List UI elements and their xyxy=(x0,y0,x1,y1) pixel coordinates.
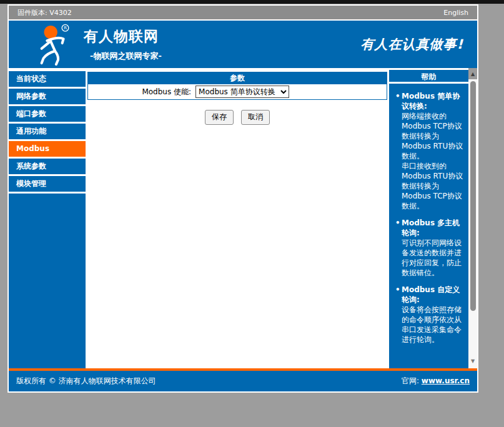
sidebar-item[interactable]: 通用功能 xyxy=(9,124,86,139)
help-panel-title: 帮助 xyxy=(389,70,468,84)
copyright-text: 版权所有 © 济南有人物联网技术有限公司 xyxy=(16,376,156,386)
usr-logo-icon: R xyxy=(34,23,76,66)
cancel-button[interactable]: 取消 xyxy=(241,110,270,125)
help-item-text: 网络端接收的Modbus TCP协议数据转换为Modbus RTU协议数据。串口… xyxy=(402,111,465,211)
parameters-table: 参数 Modbus 使能: Modbus 简单协议转换 xyxy=(87,72,387,100)
sidebar-item-label: 当前状态 xyxy=(16,74,46,83)
help-item-text: 设备将会按照存储的命令顺序依次从串口发送采集命令进行轮询。 xyxy=(402,305,465,345)
page-container: 固件版本: V4302 English R 有人物联网 -物联网之联网专家- 有… xyxy=(7,4,478,393)
help-item: Modbus 自定义轮询: 设备将会按照存储的命令顺序依次从串口发送采集命令进行… xyxy=(395,285,465,345)
page-footer: 版权所有 © 济南有人物联网技术有限公司 官网: www.usr.cn xyxy=(9,371,477,391)
content-body: 当前状态 网络参数 端口参数 通用功能 Modbus xyxy=(9,68,477,368)
brand-title: 有人物联网 xyxy=(84,27,162,46)
action-buttons: 保存 取消 xyxy=(87,110,387,125)
sidebar-item-label: Modbus xyxy=(16,144,49,153)
sidebar-item-label: 系统参数 xyxy=(16,162,46,170)
sidebar-item-label: 网络参数 xyxy=(16,92,46,101)
brand-subtitle: -物联网之联网专家- xyxy=(90,51,162,62)
help-item: Modbus 多主机轮询: 可识别不同网络设备发送的数据并进行对应回复，防止数据… xyxy=(395,218,465,278)
website-link[interactable]: www.usr.cn xyxy=(422,376,470,385)
english-language-link[interactable]: English xyxy=(443,9,468,17)
help-item-heading: Modbus 简单协议转换: xyxy=(402,91,465,111)
brand-slogan: 有人在认真做事! xyxy=(360,36,463,53)
sidebar-item[interactable]: 当前状态 xyxy=(9,71,86,87)
scrollbar-thumb[interactable] xyxy=(470,81,476,311)
help-panel: 帮助 Modbus 简单协议转换: 网络端接收的Modbus TCP协议数据转换… xyxy=(389,68,468,368)
parameters-table-title: 参数 xyxy=(88,72,387,84)
sidebar-item-label: 模块管理 xyxy=(16,179,46,188)
sidebar-item[interactable]: Modbus xyxy=(9,141,86,157)
website-label: 官网: xyxy=(402,376,419,385)
sidebar-menu: 当前状态 网络参数 端口参数 通用功能 Modbus xyxy=(9,68,86,368)
firmware-version-label: 固件版本: V4302 xyxy=(17,8,72,17)
main-panel: 参数 Modbus 使能: Modbus 简单协议转换 保存 取消 xyxy=(86,68,389,368)
registered-mark: R xyxy=(64,25,67,31)
top-bar: 固件版本: V4302 English xyxy=(9,6,477,21)
sidebar-item[interactable]: 系统参数 xyxy=(9,159,86,174)
save-button[interactable]: 保存 xyxy=(205,110,234,125)
help-item-heading: Modbus 自定义轮询: xyxy=(402,285,465,305)
scroll-down-icon[interactable]: ▼ xyxy=(468,358,477,365)
modbus-enable-row: Modbus 使能: Modbus 简单协议转换 xyxy=(88,84,387,99)
sidebar-item[interactable]: 端口参数 xyxy=(9,106,86,122)
top-black-strip xyxy=(0,0,504,4)
sidebar-item-label: 通用功能 xyxy=(16,127,46,135)
website-block: 官网: www.usr.cn xyxy=(402,376,470,386)
page-header: R 有人物联网 -物联网之联网专家- 有人在认真做事! xyxy=(9,21,477,68)
scrollbar[interactable]: ▲ ▼ xyxy=(468,68,477,368)
help-item: Modbus 简单协议转换: 网络端接收的Modbus TCP协议数据转换为Mo… xyxy=(395,91,465,211)
help-item-text: 可识别不同网络设备发送的数据并进行对应回复，防止数据错位。 xyxy=(402,238,465,278)
sidebar-item[interactable]: 模块管理 xyxy=(9,176,86,192)
modbus-enable-label: Modbus 使能: xyxy=(88,87,195,97)
brand-title-block: 有人物联网 -物联网之联网专家- xyxy=(84,27,162,62)
help-item-heading: Modbus 多主机轮询: xyxy=(402,218,465,238)
scroll-up-icon[interactable]: ▲ xyxy=(468,68,477,79)
sidebar-item-label: 端口参数 xyxy=(16,109,46,118)
help-panel-body: Modbus 简单协议转换: 网络端接收的Modbus TCP协议数据转换为Mo… xyxy=(389,84,468,368)
sidebar-item[interactable]: 网络参数 xyxy=(9,89,86,104)
modbus-enable-select[interactable]: Modbus 简单协议转换 xyxy=(195,86,289,98)
